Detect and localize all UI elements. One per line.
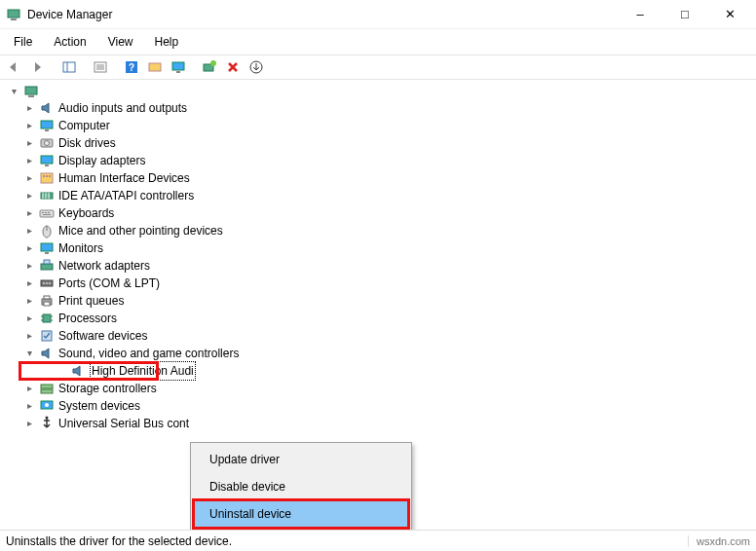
- tree-item-label: Computer: [58, 117, 110, 134]
- expand-icon[interactable]: [23, 207, 35, 219]
- svg-rect-57: [41, 389, 53, 393]
- menu-action[interactable]: Action: [44, 31, 95, 53]
- tree-item-label: Storage controllers: [58, 380, 157, 397]
- action1-button[interactable]: [144, 56, 166, 78]
- tree-item-child-label: High Definition Audi: [90, 361, 196, 381]
- expand-icon[interactable]: [8, 86, 19, 97]
- svg-rect-33: [42, 212, 44, 213]
- mouse-icon: [39, 223, 55, 239]
- tree-item[interactable]: Disk drives: [6, 134, 750, 152]
- svg-rect-19: [45, 129, 49, 131]
- printer-icon: [39, 293, 55, 309]
- close-button[interactable]: ✕: [707, 0, 752, 29]
- device-manager-icon: [6, 7, 21, 22]
- tree-item[interactable]: Print queues: [6, 292, 750, 310]
- expand-icon[interactable]: [23, 312, 35, 324]
- expand-icon[interactable]: [23, 225, 35, 237]
- cpu-icon: [39, 311, 55, 326]
- svg-rect-36: [43, 214, 51, 215]
- svg-rect-32: [40, 210, 54, 217]
- tree-item-label: IDE ATA/ATAPI controllers: [58, 187, 194, 204]
- expand-icon[interactable]: [23, 190, 35, 202]
- svg-rect-23: [45, 165, 49, 166]
- show-hide-tree-button[interactable]: [58, 56, 80, 78]
- tree-item-label: Software devices: [58, 327, 147, 345]
- expand-icon[interactable]: [23, 137, 35, 149]
- device-tree[interactable]: Audio inputs and outputsComputerDisk dri…: [0, 80, 756, 537]
- titlebar: Device Manager – □ ✕: [0, 0, 756, 29]
- tree-item[interactable]: Sound, video and game controllers: [6, 345, 750, 362]
- tree-item[interactable]: Human Interface Devices: [6, 169, 750, 187]
- tree-item[interactable]: Keyboards: [6, 204, 750, 222]
- tree-item[interactable]: Network adapters: [6, 257, 750, 275]
- root-node[interactable]: [6, 84, 750, 99]
- tree-item[interactable]: Processors: [6, 310, 750, 327]
- storage-icon: [39, 381, 55, 396]
- tree-item[interactable]: Mice and other pointing devices: [6, 222, 750, 239]
- menubar: File Action View Help: [0, 29, 756, 55]
- tree-item[interactable]: System devices: [6, 397, 750, 415]
- expand-icon[interactable]: [23, 155, 35, 166]
- forward-button[interactable]: [27, 56, 49, 78]
- svg-rect-16: [25, 87, 37, 94]
- tree-item[interactable]: Audio inputs and outputs: [6, 99, 750, 117]
- display-icon: [39, 153, 55, 168]
- svg-point-59: [45, 403, 49, 407]
- back-button[interactable]: [4, 56, 25, 78]
- window-controls: – □ ✕: [618, 0, 752, 29]
- collapse-icon[interactable]: [23, 348, 35, 359]
- maximize-button[interactable]: □: [662, 0, 707, 29]
- expand-icon[interactable]: [23, 383, 35, 394]
- ctx-uninstall-device[interactable]: Uninstall device: [194, 500, 408, 528]
- tree-item[interactable]: Software devices: [6, 327, 750, 345]
- expand-icon[interactable]: [23, 400, 35, 412]
- monitor-icon: [39, 240, 55, 256]
- help-button[interactable]: ?: [121, 56, 142, 78]
- computer-root-icon: [23, 84, 39, 99]
- expand-icon[interactable]: [23, 418, 35, 429]
- expand-icon[interactable]: [23, 242, 35, 254]
- update-button[interactable]: [246, 56, 267, 78]
- expand-icon[interactable]: [23, 172, 35, 184]
- menu-view[interactable]: View: [98, 31, 143, 53]
- uninstall-button[interactable]: [222, 56, 244, 78]
- svg-point-60: [46, 417, 49, 420]
- svg-rect-24: [41, 173, 53, 183]
- tree-item[interactable]: Storage controllers: [6, 380, 750, 397]
- expand-icon[interactable]: [23, 120, 35, 131]
- minimize-button[interactable]: –: [618, 0, 662, 29]
- expand-icon[interactable]: [23, 295, 35, 307]
- tree-item[interactable]: Display adapters: [6, 152, 750, 169]
- expand-icon[interactable]: [23, 330, 35, 342]
- display-button[interactable]: [168, 56, 189, 78]
- expand-icon[interactable]: [23, 260, 35, 272]
- svg-rect-10: [149, 63, 161, 71]
- expand-icon[interactable]: [23, 102, 35, 114]
- tree-item-child[interactable]: High Definition Audi: [19, 362, 158, 380]
- svg-text:?: ?: [129, 62, 134, 73]
- toolbar: ?: [0, 55, 756, 80]
- svg-rect-0: [8, 10, 19, 18]
- svg-point-46: [49, 282, 51, 284]
- menu-file[interactable]: File: [4, 31, 42, 53]
- system-icon: [39, 398, 55, 414]
- ctx-update-driver[interactable]: Update driver: [194, 446, 408, 473]
- status-text: Uninstalls the driver for the selected d…: [6, 534, 232, 548]
- hid-icon: [39, 170, 55, 186]
- tree-item[interactable]: Ports (COM & LPT): [6, 275, 750, 292]
- svg-point-45: [46, 282, 48, 284]
- tree-item[interactable]: Universal Serial Bus cont: [6, 415, 750, 432]
- properties-button[interactable]: [90, 56, 111, 78]
- expand-icon[interactable]: [23, 277, 35, 289]
- svg-rect-40: [45, 252, 49, 254]
- tree-item[interactable]: Computer: [6, 117, 750, 134]
- tree-item-label: Keyboards: [58, 204, 114, 222]
- svg-point-44: [43, 282, 45, 284]
- menu-help[interactable]: Help: [145, 31, 189, 53]
- tree-item[interactable]: Monitors: [6, 239, 750, 257]
- scan-hardware-button[interactable]: [199, 56, 220, 78]
- ctx-disable-device[interactable]: Disable device: [194, 473, 408, 500]
- tree-item-label: Sound, video and game controllers: [58, 345, 239, 362]
- tree-item-label: Universal Serial Bus cont: [58, 415, 189, 432]
- tree-item[interactable]: IDE ATA/ATAPI controllers: [6, 187, 750, 204]
